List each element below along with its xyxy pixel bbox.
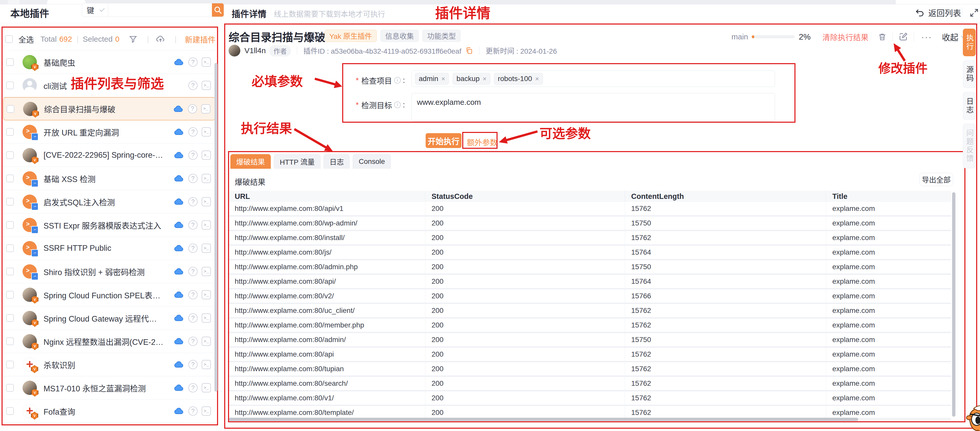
sidebar-scrollbar[interactable]	[215, 63, 218, 391]
table-row[interactable]: http://www.explame.com:80/v2/ 200 15766 …	[229, 289, 951, 304]
cloud-icon[interactable]	[173, 289, 184, 300]
cloud-icon[interactable]	[173, 336, 184, 347]
help-icon[interactable]: ?	[188, 151, 197, 160]
table-row[interactable]: http://www.explame.com:80/admin.php 200 …	[229, 260, 951, 275]
terminal-icon[interactable]: >_	[202, 220, 211, 230]
cloud-icon[interactable]	[173, 313, 184, 323]
target-input[interactable]	[412, 93, 775, 122]
plugin-list-item[interactable]: 基础爬虫 ? >_	[3, 51, 215, 74]
terminal-icon[interactable]: >_	[202, 406, 211, 416]
plugin-list-item[interactable]: 启发式SQL注入检测 ? >_	[3, 190, 215, 214]
h-scrollbar[interactable]	[229, 418, 858, 421]
result-tab[interactable]: 日志	[323, 154, 350, 169]
v-scrollbar[interactable]	[952, 192, 955, 417]
plugin-checkbox[interactable]	[6, 338, 14, 345]
more-options-icon[interactable]: ···	[920, 32, 934, 42]
help-icon[interactable]: ?	[188, 174, 197, 183]
terminal-icon[interactable]: >_	[202, 127, 211, 136]
plugin-checkbox[interactable]	[6, 361, 14, 368]
plugin-checkbox[interactable]	[6, 244, 14, 252]
help-icon[interactable]: ?	[188, 197, 197, 206]
cloud-icon[interactable]	[173, 57, 184, 68]
cloud-icon[interactable]	[173, 266, 184, 277]
search-type-select[interactable]: 关键字	[82, 3, 108, 17]
table-row[interactable]: http://www.explame.com:80/member.php 200…	[229, 318, 951, 333]
help-icon[interactable]: ?	[188, 290, 197, 299]
terminal-icon[interactable]: >_	[202, 290, 211, 299]
extra-params-button[interactable]: 额外参数	[465, 136, 499, 148]
filter-funnel-icon[interactable]	[129, 35, 138, 44]
remove-tag-icon[interactable]: ×	[483, 75, 487, 83]
edit-plugin-icon[interactable]	[898, 32, 908, 42]
help-icon[interactable]: ?	[311, 32, 320, 40]
plugin-checkbox[interactable]	[6, 151, 14, 159]
plugin-checkbox[interactable]	[6, 174, 14, 182]
cloud-icon[interactable]	[173, 220, 184, 230]
result-tab[interactable]: 爆破结果	[230, 154, 271, 169]
plugin-list-item[interactable]: Shiro 指纹识别 + 弱密码检测 ? >_	[3, 260, 215, 283]
upload-cloud-icon[interactable]	[156, 34, 165, 44]
result-tab[interactable]: Console	[353, 154, 391, 169]
help-icon[interactable]: ?	[188, 57, 197, 67]
search-input[interactable]	[108, 3, 212, 17]
plugin-list-item[interactable]: 综合目录扫描与爆破 ? >_	[3, 97, 215, 120]
terminal-icon[interactable]: >_	[202, 314, 211, 323]
info-icon[interactable]: i	[394, 77, 401, 84]
table-column-header[interactable]: ContentLength	[625, 191, 826, 202]
plugin-checkbox[interactable]	[6, 221, 14, 229]
table-row[interactable]: http://www.explame.com:80/search/ 200 15…	[229, 377, 951, 391]
plugin-list-item[interactable]: 基础 XSS 检测 ? >_	[3, 167, 215, 190]
terminal-icon[interactable]: >_	[202, 244, 211, 253]
remove-tag-icon[interactable]: ×	[535, 75, 539, 83]
cloud-icon[interactable]	[173, 406, 184, 417]
terminal-icon[interactable]: >_	[202, 360, 211, 369]
copy-icon[interactable]	[465, 47, 473, 54]
help-icon[interactable]: ?	[188, 220, 197, 230]
plugin-checkbox[interactable]	[6, 268, 14, 275]
terminal-icon[interactable]: >_	[201, 104, 210, 114]
terminal-icon[interactable]: >_	[202, 267, 211, 276]
plugin-list-item[interactable]: MS17-010 永恒之蓝漏洞检测 ? >_	[3, 376, 215, 399]
help-icon[interactable]: ?	[188, 244, 197, 253]
terminal-icon[interactable]: >_	[202, 81, 211, 90]
cloud-icon[interactable]	[173, 127, 184, 137]
cloud-icon[interactable]	[173, 382, 184, 393]
side-tab[interactable]: 源码	[963, 60, 976, 88]
terminal-icon[interactable]: >_	[202, 337, 211, 346]
window-tab-active[interactable]	[47, 0, 86, 4]
table-column-header[interactable]: Title	[826, 191, 951, 202]
plugin-checkbox[interactable]	[6, 407, 14, 415]
table-column-header[interactable]: StatusCode	[425, 191, 625, 202]
cloud-icon[interactable]	[173, 173, 184, 184]
cloud-icon[interactable]	[173, 196, 184, 207]
terminal-icon[interactable]: >_	[202, 383, 211, 392]
plugin-checkbox[interactable]	[6, 82, 14, 89]
terminal-icon[interactable]: >_	[202, 174, 211, 183]
plugin-checkbox[interactable]	[6, 384, 14, 391]
table-row[interactable]: http://www.explame.com:80/v1/ 200 15762 …	[229, 391, 951, 406]
plugin-list-item[interactable]: cli测试 ? >_	[3, 74, 215, 97]
plugin-list-item[interactable]: 开放 URL 重定向漏洞 ? >_	[3, 120, 215, 144]
select-all-checkbox[interactable]	[5, 35, 13, 43]
plugin-list-item[interactable]: Spring Cloud Function SPEL表达式... ? >_	[3, 283, 215, 306]
plugin-checkbox[interactable]	[6, 128, 14, 136]
plugin-checkbox[interactable]	[6, 291, 14, 299]
help-icon[interactable]: ?	[188, 383, 197, 392]
plugin-checkbox[interactable]	[6, 314, 14, 322]
plugin-checkbox[interactable]	[6, 105, 14, 113]
help-icon[interactable]: ?	[188, 267, 197, 276]
help-icon[interactable]: ?	[188, 127, 197, 136]
terminal-icon[interactable]: >_	[202, 151, 211, 160]
help-icon[interactable]: ?	[188, 314, 197, 323]
help-icon[interactable]: ?	[188, 406, 197, 416]
window-tab[interactable]	[8, 0, 20, 4]
result-tab[interactable]: HTTP 流量	[274, 154, 320, 169]
side-tab[interactable]: 执行	[963, 29, 976, 56]
help-icon[interactable]: ?	[188, 360, 197, 369]
help-icon[interactable]: ?	[188, 81, 197, 90]
table-column-header[interactable]: URL	[229, 191, 425, 202]
check-items-input[interactable]: admin × backup × robots-100 ×	[412, 71, 775, 87]
trash-icon[interactable]	[878, 32, 887, 41]
plugin-list-item[interactable]: SSTI Expr 服务器模版表达式注入 ? >_	[3, 214, 215, 237]
table-row[interactable]: http://www.explame.com:80/install/ 200 1…	[229, 231, 951, 246]
